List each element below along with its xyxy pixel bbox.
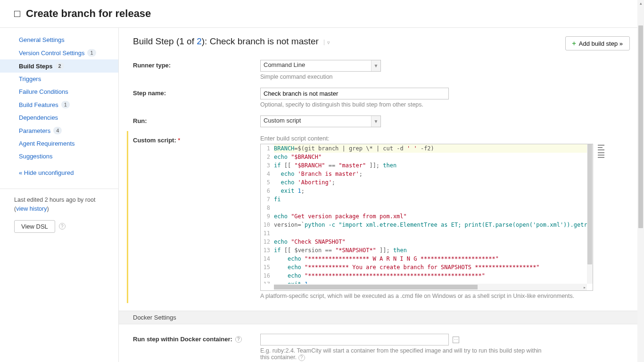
scroll-thumb[interactable] [274,285,478,289]
code-line[interactable]: 17 exit 1 [261,280,587,284]
code-content[interactable]: version=`python -c "import xml.etree.Ele… [274,221,587,229]
editor-format-icon[interactable] [598,152,604,158]
code-content[interactable]: exit 1 [274,280,587,284]
line-number: 9 [261,212,274,221]
scroll-thumb[interactable] [638,25,643,228]
code-content[interactable]: if [[ $version == "*SNAPSHOT*" ]]; then [274,246,587,255]
sidebar-item-label: Agent Requirements [19,140,75,147]
view-dsl-button[interactable]: View DSL [14,220,55,233]
code-line[interactable]: 16 echo "*******************************… [261,272,587,280]
code-line[interactable]: 4 echo 'Branch is master'; [261,170,587,178]
line-number: 3 [261,161,274,170]
sidebar-item-badge: 4 [53,127,62,134]
code-line[interactable]: 14 echo "****************** W A R N I N … [261,255,587,263]
code-content[interactable]: echo "****************** W A R N I N G *… [274,255,587,263]
step-name-input[interactable] [260,88,449,99]
build-step-title: Build Step (1 of 2): Check branch is not… [133,36,330,47]
sidebar-item-triggers[interactable]: Triggers [0,73,118,85]
script-editor[interactable]: 1BRANCH=$(git branch | grep \* | cut -d … [260,144,593,291]
add-build-step-button[interactable]: + Add build step » [565,36,630,50]
title-suffix: ): Check branch is not master [202,36,319,46]
step-dropdown-icon[interactable]: ▿ [324,40,330,45]
code-line[interactable]: 9echo "Get version package from pom.xml" [261,212,587,221]
code-content[interactable] [274,204,587,212]
code-content[interactable]: echo "Get version package from pom.xml" [274,212,587,221]
step-name-label: Step name: [133,88,260,97]
collapse-icon[interactable] [14,11,20,17]
docker-hint: E.g. ruby:2.4. TeamCity will start a con… [260,347,543,361]
line-number: 1 [261,144,274,153]
help-icon[interactable]: ? [59,223,66,230]
sidebar-item-label: Failure Conditions [19,88,68,95]
code-content[interactable]: BRANCH=$(git branch | grep \* | cut -d '… [274,144,587,153]
line-number: 16 [261,272,274,280]
sidebar-item-version-control-settings[interactable]: Version Control Settings1 [0,46,118,59]
view-history-link[interactable]: view history [16,206,47,212]
main-content: Build Step (1 of 2): Check branch is not… [119,28,644,362]
step-count-link[interactable]: 2 [197,36,202,46]
line-number: 13 [261,246,274,255]
sidebar-item-label: Build Features [19,101,58,108]
run-label: Run: [133,115,260,124]
editor-horizontal-scrollbar[interactable]: ▸ [274,284,587,290]
code-content[interactable]: fi [274,195,587,204]
sidebar-item-label: Suggestions [19,153,53,160]
code-content[interactable]: echo 'Aborting'; [274,178,587,187]
line-number: 6 [261,187,274,195]
sidebar-item-agent-requirements[interactable]: Agent Requirements [0,137,118,150]
sidebar-item-build-steps[interactable]: Build Steps2 [0,59,118,73]
scroll-thumb[interactable] [587,144,592,264]
line-number: 7 [261,195,274,204]
sidebar-item-parameters[interactable]: Parameters4 [0,124,118,137]
code-line[interactable]: 8 [261,204,587,212]
docker-image-input[interactable] [260,334,449,346]
hide-unconfigured-link[interactable]: « Hide unconfigured [0,165,118,180]
detail-icon[interactable]: ⋯ [453,337,459,343]
code-content[interactable] [274,229,587,238]
code-line[interactable]: 6 exit 1; [261,187,587,195]
sidebar-item-general-settings[interactable]: General Settings [0,33,118,46]
line-number: 12 [261,238,274,246]
code-line[interactable]: 7fi [261,195,587,204]
editor-wrap-icon[interactable] [598,145,604,150]
runner-type-select[interactable]: Command Line [260,60,381,72]
help-icon[interactable]: ? [298,354,305,361]
scroll-up-arrow[interactable]: ▴ [637,0,644,7]
run-select[interactable]: Custom script [260,115,381,127]
code-line[interactable]: 3if [[ "$BRANCH" == "master" ]]; then [261,161,587,170]
code-line[interactable]: 13if [[ $version == "*SNAPSHOT*" ]]; the… [261,246,587,255]
code-line[interactable]: 10version=`python -c "import xml.etree.E… [261,221,587,229]
sidebar-item-suggestions[interactable]: Suggestions [0,150,118,163]
line-number: 11 [261,229,274,238]
code-content[interactable]: echo "Check SNAPSHOT" [274,238,587,246]
sidebar-item-label: Parameters [19,127,50,134]
sidebar-item-label: Build Steps [19,63,53,70]
last-edited-prefix: Last edited [14,197,45,203]
code-content[interactable]: echo "**********************************… [274,272,587,280]
runner-type-label: Runner type: [133,60,260,69]
page-scrollbar[interactable]: ▴ [637,0,644,362]
plus-icon: + [572,40,576,47]
code-line[interactable]: 2echo "$BRANCH" [261,153,587,161]
sidebar-item-badge: 1 [87,49,96,57]
sidebar-item-build-features[interactable]: Build Features1 [0,98,118,111]
code-content[interactable]: exit 1; [274,187,587,195]
code-content[interactable]: echo 'Branch is master'; [274,170,587,178]
sidebar-item-failure-conditions[interactable]: Failure Conditions [0,85,118,98]
sidebar-item-dependencies[interactable]: Dependencies [0,111,118,124]
code-content[interactable]: echo "$BRANCH" [274,153,587,161]
page-header: Create branch for release [0,0,644,28]
sidebar: General SettingsVersion Control Settings… [0,28,119,362]
code-line[interactable]: 5 echo 'Aborting'; [261,178,587,187]
editor-vertical-scrollbar[interactable] [587,144,593,284]
code-line[interactable]: 11 [261,229,587,238]
step-name-hint: Optional, specify to distinguish this bu… [260,101,630,108]
sidebar-item-label: General Settings [19,36,65,43]
code-content[interactable]: echo "************ You are create branch… [274,263,587,272]
script-enter-label: Enter build script content: [260,135,630,142]
code-line[interactable]: 1BRANCH=$(git branch | grep \* | cut -d … [261,144,587,153]
code-content[interactable]: if [[ "$BRANCH" == "master" ]]; then [274,161,587,170]
code-line[interactable]: 15 echo "************ You are create bra… [261,263,587,272]
code-line[interactable]: 12echo "Check SNAPSHOT" [261,238,587,246]
help-icon[interactable]: ? [235,336,242,343]
